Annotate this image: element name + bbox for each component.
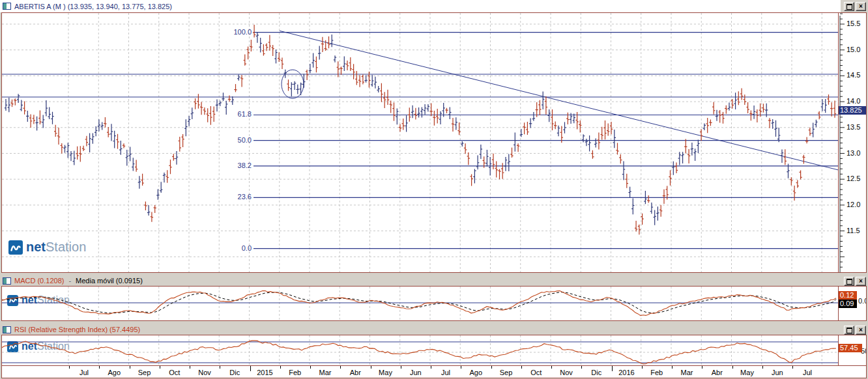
time-axis-label: Feb	[281, 369, 310, 376]
chart-window-icon	[3, 3, 11, 10]
price-axis-label: 15.0	[846, 46, 866, 53]
chart-window-icon	[3, 277, 11, 285]
rsi-window: netStation 57.45 50 JulAgoSepOctNovDic20…	[1, 335, 867, 378]
close-icon: ×	[859, 3, 863, 10]
time-axis-label: Oct	[522, 369, 551, 376]
fib-level-label: 100.0	[228, 28, 252, 36]
rsi-close-button[interactable]: ×	[856, 326, 866, 335]
fib-level-label: 23.6	[228, 193, 252, 201]
price-axis-label: 14.5	[846, 71, 866, 79]
time-axis-label: Dic	[220, 369, 249, 376]
main-chart-window: netStation 13.825 15.515.014.514.013.513…	[1, 12, 867, 273]
time-axis-label: May	[371, 369, 400, 376]
time-axis-label: Nov	[552, 369, 581, 376]
rsi-value-tag: 57.45	[839, 344, 862, 352]
time-axis-label: Abr	[341, 369, 369, 376]
macd-window-buttons: ×	[844, 277, 866, 286]
fib-level-label: 50.0	[228, 136, 252, 144]
last-price-tag: 13.825	[839, 106, 866, 115]
macd-restore-button[interactable]	[844, 277, 854, 286]
time-axis-label: Jun	[401, 369, 430, 376]
chart-window-icon	[3, 326, 11, 333]
macd-window-titlebar[interactable]: MACD (0.1208) - Media móvil (0.0915)	[0, 275, 841, 286]
macd-average-title: Media móvil (0.0915)	[76, 277, 143, 285]
price-axis-label: 14.0	[846, 97, 866, 105]
close-icon: ×	[859, 278, 863, 285]
time-axis-label: Ago	[100, 369, 128, 376]
macd-window: netStation 0.12 0.09 0.0	[1, 286, 867, 321]
main-chart-canvas[interactable]	[2, 13, 838, 272]
time-axis-label: Jul	[793, 369, 822, 376]
fib-level-label: 0.0	[228, 244, 252, 252]
price-axis-label: 12.0	[846, 201, 866, 208]
time-axis-label: Mar	[673, 369, 701, 376]
time-axis-label: Sep	[492, 369, 521, 376]
rsi-canvas[interactable]	[2, 335, 838, 365]
rsi-axis[interactable]: 57.45 50	[839, 335, 866, 365]
netstation-workspace: { "main_window": { "title": "ABERTIS A (…	[0, 0, 868, 379]
main-window-buttons: ×	[844, 2, 866, 11]
time-axis-label: Jul	[70, 369, 98, 376]
time-axis-label: Nov	[190, 369, 219, 376]
rsi-title: RSI (Relative Strength Index) (57.4495)	[14, 326, 140, 333]
restore-icon	[846, 279, 852, 285]
main-window-titlebar[interactable]: ABERTIS A (M ) (13.935, 13.940, 13.775, …	[0, 0, 841, 12]
price-axis-label: 13.5	[846, 123, 866, 131]
time-axis-label: Dic	[582, 369, 611, 376]
price-axis-label: 15.5	[846, 20, 866, 27]
macd-zero-label: 0.0	[858, 297, 867, 305]
macd-axis[interactable]: 0.12 0.09 0.0	[839, 287, 866, 320]
price-axis[interactable]: 13.825 15.515.014.514.013.513.012.512.01…	[839, 13, 866, 272]
close-icon: ×	[859, 327, 863, 333]
fib-level-label: 61.8	[228, 110, 252, 118]
macd-average-value-tag: 0.09	[839, 300, 857, 308]
restore-icon	[846, 4, 852, 10]
main-restore-button[interactable]	[844, 2, 854, 11]
time-axis-label: Abr	[702, 369, 731, 376]
macd-value-tag: 0.12	[839, 291, 857, 300]
time-axis-label: Ago	[461, 369, 490, 376]
time-axis-label: Feb	[643, 369, 671, 376]
rsi-restore-button[interactable]	[844, 326, 854, 335]
price-axis-label: 12.5	[846, 175, 866, 182]
price-axis-label: 11.5	[846, 227, 866, 234]
rsi-window-buttons: ×	[844, 326, 866, 335]
macd-canvas[interactable]	[2, 287, 838, 320]
macd-title: MACD (0.1208)	[14, 277, 64, 285]
time-axis-label: Jun	[763, 369, 792, 376]
time-axis-label: Mar	[311, 369, 340, 376]
macd-close-button[interactable]: ×	[856, 277, 866, 286]
rsi-window-titlebar[interactable]: RSI (Relative Strength Index) (57.4495)	[0, 324, 841, 335]
time-axis-label: Jul	[431, 369, 460, 376]
main-window-title: ABERTIS A (M ) (13.935, 13.940, 13.775, …	[14, 3, 172, 10]
time-axis[interactable]: JulAgoSepOctNovDic2015FebMarAbrMayJunJul…	[2, 366, 866, 378]
fib-level-label: 38.2	[228, 161, 252, 169]
time-axis-label: 2015	[251, 369, 280, 376]
time-axis-label: Sep	[130, 369, 159, 376]
time-axis-label: 2016	[613, 369, 641, 376]
main-close-button[interactable]: ×	[856, 2, 866, 11]
time-axis-label: May	[733, 369, 762, 376]
time-axis-label: Oct	[160, 369, 189, 376]
restore-icon	[846, 328, 852, 333]
macd-title-separator: -	[68, 277, 71, 285]
price-axis-label: 13.0	[846, 149, 866, 157]
